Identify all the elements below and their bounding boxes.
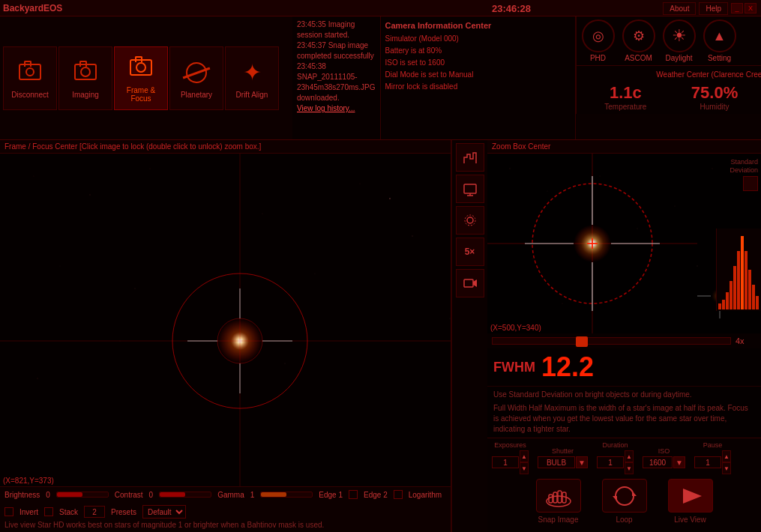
play-icon: [676, 485, 706, 507]
nav-planetary[interactable]: Planetary: [169, 46, 223, 110]
invert-check[interactable]: [44, 507, 53, 516]
loop-button[interactable]: Loop: [595, 479, 655, 524]
iso-block: ISO 1600 ▼: [643, 447, 685, 468]
zoom-slider[interactable]: [492, 337, 731, 345]
temperature-reading: 1.1c Temperature: [604, 83, 646, 111]
nav-drift-align[interactable]: ✦ Drift Align: [225, 46, 279, 110]
log-check[interactable]: [4, 507, 13, 516]
live-view-button[interactable]: Live View: [661, 479, 721, 524]
svg-point-1: [34, 176, 34, 177]
svg-point-8: [134, 288, 135, 288]
std-dev-block: StandardDeviation: [730, 158, 758, 191]
svg-rect-67: [752, 285, 755, 309]
snap-image-button[interactable]: Snap Image: [529, 479, 589, 524]
nav-imaging[interactable]: Imaging: [58, 46, 112, 110]
zoom-slider-thumb[interactable]: [576, 336, 588, 347]
sidebar-btn-settings[interactable]: [456, 206, 484, 235]
histogram-chart: [717, 229, 761, 311]
svg-rect-59: [722, 300, 725, 309]
fwhm-value: 12.2: [541, 351, 594, 383]
exposures-down[interactable]: ▼: [520, 462, 529, 474]
std-dev-box[interactable]: [743, 176, 758, 191]
svg-rect-61: [730, 281, 733, 309]
camera-info-panel: Camera Information Center Simulator (Mod…: [380, 16, 575, 139]
star-field: [0, 154, 451, 486]
nav-disconnect[interactable]: Disconnect: [3, 46, 57, 110]
svg-rect-63: [737, 251, 740, 309]
focus-coords: (X=821,Y=373): [3, 477, 54, 485]
nav-frame-focus[interactable]: Frame &Focus: [114, 46, 168, 110]
preset-select[interactable]: Default: [142, 505, 186, 519]
shutter-input[interactable]: BULB: [538, 456, 575, 468]
svg-point-4: [262, 213, 262, 214]
pause-input[interactable]: 1: [694, 456, 721, 468]
hand-snap-icon: [544, 485, 574, 507]
fwhm-row: FWHM 12.2: [487, 348, 761, 386]
svg-point-13: [37, 378, 37, 378]
svg-point-37: [637, 229, 638, 229]
log-line-1: 23:45:35 Imaging session started.: [297, 19, 376, 40]
duration-block: Duration 1 ▲ ▼: [597, 441, 634, 474]
log-history-link[interactable]: View log history...: [297, 103, 376, 114]
svg-rect-73: [549, 495, 553, 503]
stack-value[interactable]: 2: [84, 506, 105, 518]
clock: 23:46:28: [492, 3, 531, 14]
gamma-slider[interactable]: [260, 492, 313, 498]
zoom-canvas[interactable]: (X=500,Y=340) StandardDeviation: [487, 154, 761, 333]
focus-canvas[interactable]: (X=821,Y=373): [0, 154, 451, 486]
iso-input[interactable]: 1600: [643, 456, 673, 468]
about-button[interactable]: About: [663, 2, 696, 15]
svg-point-14: [450, 318, 451, 319]
svg-point-10: [389, 198, 391, 199]
settings-icon: [463, 213, 478, 228]
duration-down[interactable]: ▼: [625, 462, 634, 474]
help-button[interactable]: Help: [699, 2, 728, 15]
gamma-value: 1: [250, 491, 255, 499]
record-icon: [463, 276, 478, 291]
camera-row-2: ISO is set to 1600: [385, 57, 571, 69]
phd-icon-block[interactable]: ◎ PHD: [580, 19, 617, 62]
brightness-slider[interactable]: [56, 492, 109, 498]
shutter-block: Shutter BULB ▼: [538, 447, 588, 468]
setting-icon-block[interactable]: ▲ Setting: [701, 19, 739, 62]
exposures-label: Exposures: [494, 441, 526, 449]
duration-up[interactable]: ▲: [625, 450, 634, 462]
svg-point-7: [60, 266, 61, 267]
exposures-input[interactable]: 1: [492, 456, 519, 468]
svg-point-12: [284, 363, 285, 363]
contrast-label: Contrast: [115, 491, 143, 499]
live-view-label: Live View: [674, 516, 706, 524]
sidebar-btn-record[interactable]: [456, 269, 484, 297]
edge2-check[interactable]: [394, 490, 403, 499]
contrast-slider[interactable]: [159, 492, 211, 498]
svg-rect-71: [558, 491, 562, 503]
snap-icon: [536, 479, 581, 513]
daylight-icon-block[interactable]: ☀ Daylight: [661, 19, 698, 62]
presets-label: Presets: [111, 508, 136, 516]
svg-point-36: [712, 168, 712, 169]
live-view-icon: [668, 479, 713, 513]
shutter-btn[interactable]: ▼: [576, 456, 588, 468]
exposures-block: Exposures 1 ▲ ▼: [492, 441, 529, 474]
edge1-check[interactable]: [349, 490, 358, 499]
display-icon: [463, 181, 478, 196]
sidebar-btn-display[interactable]: [456, 175, 484, 203]
brightness-label: Brightness: [4, 491, 40, 499]
weather-panel: ◎ PHD ⚙ ASCOM ☀ Daylight ▲ Setting Abort…: [575, 16, 761, 139]
exposures-up[interactable]: ▲: [520, 450, 529, 462]
sidebar-btn-histogram[interactable]: [456, 143, 484, 172]
svg-rect-58: [718, 303, 721, 309]
close-button[interactable]: X: [745, 3, 757, 13]
svg-point-40: [562, 303, 563, 304]
duration-input[interactable]: 1: [597, 456, 624, 468]
svg-point-32: [509, 168, 510, 169]
sidebar-btn-zoom5x[interactable]: 5×: [456, 238, 484, 266]
iso-btn[interactable]: ▼: [673, 456, 685, 468]
minimize-button[interactable]: _: [731, 3, 743, 13]
pause-up[interactable]: ▲: [722, 450, 731, 462]
svg-rect-24: [464, 184, 476, 193]
std-dev-label: StandardDeviation: [730, 158, 758, 175]
ascom-icon-block[interactable]: ⚙ ASCOM: [620, 19, 658, 62]
histogram-icon: [463, 150, 478, 165]
pause-down[interactable]: ▼: [722, 462, 731, 474]
